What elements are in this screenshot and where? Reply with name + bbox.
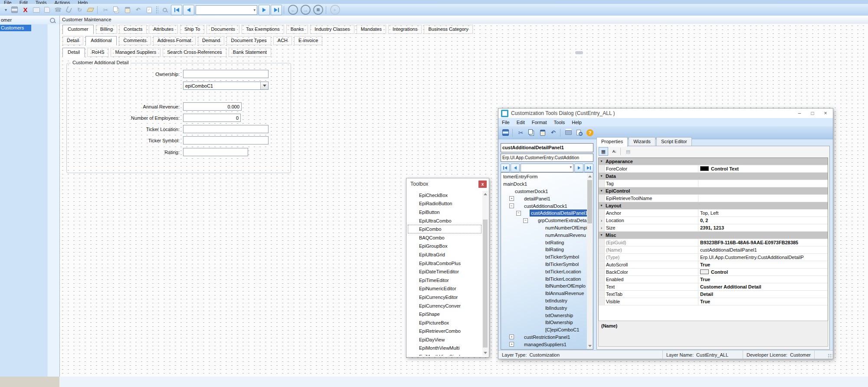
- tree-expander-icon[interactable]: [509, 335, 514, 339]
- tree-node[interactable]: lblRating: [501, 246, 587, 253]
- tab[interactable]: Comments: [119, 36, 151, 45]
- property-row[interactable]: ForeColor Control Text: [599, 165, 828, 173]
- tree-scrollbar[interactable]: [587, 173, 593, 349]
- print-icon[interactable]: [563, 128, 574, 138]
- toolbox-item[interactable]: EpiUltraCombo: [408, 216, 481, 225]
- tree-expander-icon[interactable]: [516, 211, 521, 216]
- toolbox-item[interactable]: EpiNumericEditor: [408, 285, 481, 293]
- tree-node[interactable]: [C]epiComboC1: [501, 326, 587, 334]
- close-icon[interactable]: x: [478, 180, 487, 188]
- toolbox-item[interactable]: EpiShape: [408, 310, 481, 318]
- toolbox-item[interactable]: EpiButton: [408, 208, 481, 216]
- field-input[interactable]: [183, 136, 269, 144]
- nav-next-icon[interactable]: [574, 164, 583, 172]
- memo-icon[interactable]: [42, 5, 52, 15]
- tab[interactable]: Contacts: [119, 25, 147, 34]
- cut-icon[interactable]: [515, 128, 526, 138]
- property-value[interactable]: Erp.UI.App.CustomerEntry.CustAdditionalD…: [698, 254, 828, 261]
- property-value[interactable]: B9323BF9-116B-48A6-9AAE-E0973FB28385: [698, 239, 828, 246]
- property-row[interactable]: EpiControl: [599, 187, 828, 195]
- tree-node[interactable]: customerDock1: [501, 188, 587, 195]
- chevron-down-icon[interactable]: [260, 82, 268, 89]
- undo-icon[interactable]: [133, 5, 144, 15]
- toolbox-item[interactable]: BAQCombo: [408, 233, 481, 242]
- resize-grip[interactable]: [828, 354, 832, 358]
- tree-node[interactable]: txtOwnership: [501, 312, 587, 319]
- tree-expander-icon[interactable]: [509, 196, 514, 201]
- tree-node[interactable]: mainDock1: [501, 180, 587, 188]
- tasks-icon[interactable]: [144, 5, 154, 15]
- tab[interactable]: Detail: [62, 36, 83, 45]
- help-icon[interactable]: [586, 129, 593, 136]
- tree-node[interactable]: custRestrictionPanel1: [501, 334, 587, 341]
- nav-first-icon[interactable]: [171, 5, 182, 15]
- property-row[interactable]: EpiRetrieveToolName: [599, 195, 828, 202]
- tree-node[interactable]: custAdditionalDock1: [501, 202, 587, 210]
- toolbox-item[interactable]: EpiCurrencyEditor: [408, 293, 481, 302]
- delete-icon[interactable]: [20, 5, 31, 15]
- menu-item[interactable]: File: [498, 120, 513, 125]
- property-row[interactable]: BackColor Control: [599, 269, 828, 276]
- toolbox-item[interactable]: EpiDayView: [408, 335, 481, 344]
- menu-item[interactable]: Edit: [513, 120, 528, 125]
- toolbox-item[interactable]: EpiMonthViewSingle: [408, 352, 481, 356]
- property-value[interactable]: custAdditionalDetailPanel1: [698, 246, 828, 253]
- property-value[interactable]: True: [698, 276, 828, 283]
- toolbox-item[interactable]: EpiDateTimeEditor: [408, 267, 481, 276]
- tab[interactable]: Script Editor: [656, 137, 692, 146]
- tree-node[interactable]: managedSuppliers1: [501, 341, 587, 348]
- search-icon[interactable]: [50, 18, 55, 23]
- menu-item[interactable]: Help: [568, 120, 585, 125]
- tree-node[interactable]: lblTickerLocation: [501, 275, 587, 282]
- property-value[interactable]: 0, 2: [698, 217, 828, 224]
- menu-item[interactable]: Actions: [50, 0, 74, 4]
- property-row[interactable]: TextTab Detail: [599, 291, 828, 298]
- tab[interactable]: Search Cross-References: [163, 48, 226, 57]
- tree-expander-icon[interactable]: [509, 203, 514, 208]
- control-name-box[interactable]: custAdditionalDetailPanel1: [501, 143, 593, 152]
- splitter-handle[interactable]: [575, 51, 583, 54]
- copy-icon[interactable]: [111, 5, 122, 15]
- property-row[interactable]: Size 2391, 1213: [599, 224, 828, 232]
- tab[interactable]: Mandates: [357, 25, 386, 34]
- book-icon[interactable]: [31, 5, 42, 15]
- tab[interactable]: Ship To: [180, 25, 205, 34]
- window-button[interactable]: –: [793, 108, 806, 118]
- cut-icon[interactable]: [100, 5, 111, 15]
- back-icon[interactable]: [288, 5, 298, 15]
- tab[interactable]: Attributes: [149, 25, 177, 34]
- tab[interactable]: Banks: [286, 25, 308, 34]
- save-icon[interactable]: [9, 5, 20, 15]
- tab[interactable]: Detail: [62, 48, 85, 57]
- control-select-combo[interactable]: [521, 164, 573, 172]
- tab[interactable]: Bank Statement: [229, 48, 271, 57]
- tab[interactable]: E-invoice: [294, 36, 322, 45]
- find-icon[interactable]: [160, 5, 170, 15]
- property-value[interactable]: Customer Additional Detail: [698, 283, 828, 290]
- toolbox-item[interactable]: EpiCurrencyConver: [408, 302, 481, 310]
- property-row[interactable]: Anchor Top, Left: [599, 210, 828, 217]
- toolbox-item[interactable]: EpiTimeEditor: [408, 276, 481, 285]
- property-row[interactable]: (Type) Erp.UI.App.CustomerEntry.CustAddi…: [599, 254, 828, 261]
- scroll-down-icon[interactable]: [587, 343, 593, 349]
- property-row[interactable]: AutoScroll True: [599, 261, 828, 269]
- property-row[interactable]: Location 0, 2: [599, 217, 828, 224]
- dialog-titlebar[interactable]: Customization Tools Dialog (CustEntry_AL…: [498, 108, 833, 118]
- tab[interactable]: Billing: [96, 25, 117, 34]
- tree-expander-icon[interactable]: [509, 342, 514, 347]
- scroll-up-icon[interactable]: [587, 173, 593, 179]
- property-value[interactable]: [698, 180, 828, 187]
- scrollbar-thumb[interactable]: [587, 180, 592, 223]
- proppage-icon[interactable]: [623, 147, 633, 156]
- tab[interactable]: Managed Suppliers: [111, 48, 160, 57]
- save-icon[interactable]: [500, 128, 511, 138]
- tree-node[interactable]: numAnnualRevenu: [501, 231, 587, 239]
- toolbox-item[interactable]: EpiUltraGrid: [408, 250, 481, 259]
- phone-icon[interactable]: [52, 5, 63, 15]
- property-value[interactable]: [698, 195, 828, 202]
- toolbox-item[interactable]: EpiUltraComboPlus: [408, 259, 481, 268]
- property-row[interactable]: Layout: [599, 202, 828, 210]
- tree-node[interactable]: txtIndustry: [501, 297, 587, 305]
- menu-item[interactable]: Tools: [32, 0, 51, 4]
- field-input[interactable]: [183, 102, 242, 111]
